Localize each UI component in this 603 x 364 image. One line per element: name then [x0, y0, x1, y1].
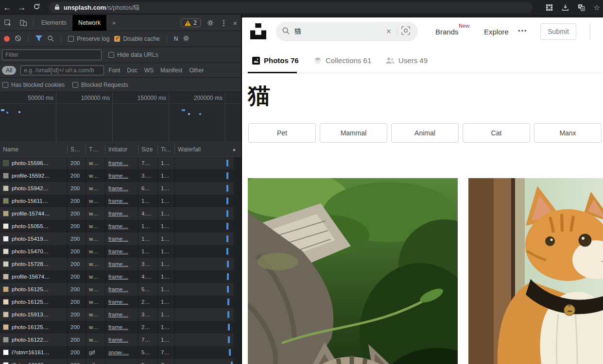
request-initiator-link[interactable]: frame… — [105, 195, 138, 207]
filter-type[interactable]: Other — [189, 67, 204, 74]
network-request-row[interactable]: i?stm=16161… 200 gif snow-… 5… 7… — [0, 359, 241, 364]
nav-explore[interactable]: Explore — [484, 28, 509, 36]
devtools-close-icon[interactable]: × — [229, 15, 241, 31]
column-header-waterfall[interactable]: Waterfall ▲ — [175, 145, 241, 154]
checkbox-unchecked[interactable] — [68, 36, 74, 42]
request-initiator-link[interactable]: frame… — [105, 169, 138, 182]
filter-type[interactable]: WS — [144, 67, 154, 74]
network-request-row[interactable]: profile-15592… 200 w… frame… 3.… 1… — [0, 169, 241, 182]
column-header-name[interactable]: Name — [0, 145, 68, 154]
tab-collections[interactable]: Collections 61 — [314, 56, 371, 65]
submit-button[interactable]: Submit — [540, 23, 576, 40]
column-header-type[interactable]: T… — [86, 145, 105, 154]
request-initiator-link[interactable]: snow-… — [105, 346, 138, 359]
tab-photos[interactable]: Photos 76 — [252, 56, 299, 65]
devtools-menu-icon[interactable] — [218, 15, 229, 31]
filter-type[interactable]: Font — [108, 67, 120, 74]
search-input[interactable]: 猫 — [294, 27, 382, 36]
devtools-settings-icon[interactable] — [203, 15, 218, 31]
request-initiator-link[interactable]: frame… — [105, 270, 138, 283]
network-request-row[interactable]: i?stm=16161… 200 gif snow-… 5… 7… — [0, 346, 241, 359]
search-bar[interactable]: 猫 × — [276, 22, 418, 41]
regex-filter-input[interactable] — [20, 66, 104, 75]
clear-search-icon[interactable]: × — [382, 27, 395, 36]
tab-users[interactable]: Users 49 — [386, 56, 428, 65]
disable-cache-checkbox[interactable]: Disable cache — [114, 35, 159, 42]
network-request-row[interactable]: profile-15744… 200 w… frame… 4.… 1… — [0, 207, 241, 220]
network-request-row[interactable]: photo-15470… 200 w… frame… 1… 1… — [0, 245, 241, 258]
device-toolbar-icon[interactable] — [16, 15, 31, 31]
nav-more-icon[interactable]: ••• — [518, 27, 528, 34]
request-initiator-link[interactable]: frame… — [105, 245, 138, 258]
reload-icon[interactable] — [29, 3, 44, 13]
network-settings-icon[interactable] — [183, 35, 190, 43]
request-initiator-link[interactable]: frame… — [105, 157, 138, 169]
request-initiator-link[interactable]: frame… — [105, 283, 138, 296]
network-overview[interactable] — [0, 104, 241, 142]
visual-search-icon[interactable] — [399, 26, 412, 37]
filter-type[interactable]: Manifest — [160, 67, 182, 74]
filter-pill[interactable]: Manx — [534, 123, 602, 143]
tab-elements[interactable]: Elements — [35, 15, 72, 31]
request-initiator-link[interactable]: frame… — [105, 220, 138, 232]
unsplash-logo[interactable] — [250, 23, 266, 39]
inspect-element-icon[interactable] — [0, 15, 16, 31]
filter-pill[interactable]: Animal — [391, 123, 459, 143]
scrollbar-track[interactable] — [234, 157, 241, 364]
clear-icon[interactable] — [15, 35, 21, 43]
request-initiator-link[interactable]: frame… — [105, 296, 138, 308]
back-icon[interactable]: ← — [0, 3, 15, 13]
nav-brands[interactable]: Brands — [435, 28, 459, 36]
request-initiator-link[interactable]: frame… — [105, 333, 138, 346]
network-request-row[interactable]: photo-15611… 200 w… frame… 1… 1… — [0, 195, 241, 207]
checkbox-unchecked[interactable] — [108, 52, 114, 58]
hide-data-urls-checkbox[interactable]: Hide data URLs — [108, 51, 158, 58]
sort-ascending-icon[interactable]: ▲ — [232, 145, 237, 154]
address-bar[interactable]: unsplash.com/s/photos/猫 — [49, 2, 533, 13]
issues-badge[interactable]: 2 — [181, 18, 201, 27]
forward-icon[interactable]: → — [15, 3, 29, 13]
photo-result-kitten[interactable] — [248, 178, 458, 364]
record-icon[interactable] — [4, 36, 10, 42]
network-request-row[interactable]: photo-16125… 200 w… frame… 2… 1… — [0, 321, 241, 333]
column-header-initiator[interactable]: Initiator — [105, 145, 138, 154]
request-initiator-link[interactable]: frame… — [105, 207, 138, 220]
filter-pill[interactable]: Cat — [463, 123, 530, 143]
bookmark-star-icon[interactable]: ☆ — [594, 3, 600, 12]
throttling-select[interactable]: N — [174, 35, 178, 42]
checkbox-checked[interactable] — [114, 36, 120, 42]
preserve-log-checkbox[interactable]: Preserve log — [68, 35, 109, 42]
network-request-row[interactable]: photo-15596… 200 w… frame… 7… 1… — [0, 157, 241, 169]
network-request-row[interactable]: photo-16125… 200 w… frame… 5… 1… — [0, 283, 241, 296]
request-initiator-link[interactable]: frame… — [105, 258, 138, 270]
request-initiator-link[interactable]: frame… — [105, 308, 138, 321]
tab-network[interactable]: Network — [72, 15, 106, 31]
column-header-size[interactable]: Size — [138, 145, 158, 154]
checkbox-unchecked[interactable] — [72, 82, 78, 88]
column-header-time[interactable]: Ti… — [158, 145, 175, 154]
request-initiator-link[interactable]: frame… — [105, 182, 138, 195]
checkbox-unchecked[interactable] — [2, 82, 8, 88]
more-tabs-icon[interactable]: » — [106, 15, 121, 31]
request-initiator-link[interactable]: frame… — [105, 321, 138, 333]
apps-grid-icon[interactable] — [546, 4, 553, 11]
filter-input[interactable] — [2, 50, 102, 60]
filter-type[interactable]: Doc — [127, 67, 137, 74]
filter-funnel-icon[interactable] — [35, 35, 42, 43]
translate-icon[interactable] — [578, 4, 585, 11]
network-request-row[interactable]: photo-16122… 200 w… frame… 7… 1… — [0, 333, 241, 346]
blocked-requests-checkbox[interactable]: Blocked Requests — [72, 82, 128, 88]
network-request-row[interactable]: photo-15728… 200 w… frame… 3… 1… — [0, 258, 241, 270]
network-request-row[interactable]: photo-16125… 200 w… frame… 2… 1… — [0, 296, 241, 308]
network-request-row[interactable]: photo-15913… 200 w… frame… 3… 1… — [0, 308, 241, 321]
has-blocked-cookies-checkbox[interactable]: Has blocked cookies — [2, 82, 65, 88]
network-request-row[interactable]: photo-15055… 200 w… frame… 1… 1… — [0, 220, 241, 232]
filter-pill[interactable]: Pet — [248, 123, 316, 143]
network-request-row[interactable]: photo-15942… 200 w… frame… 6… 1… — [0, 182, 241, 195]
filter-type-all[interactable]: All — [2, 66, 16, 75]
column-header-status[interactable]: S… — [68, 145, 86, 154]
network-search-icon[interactable] — [47, 35, 54, 43]
download-icon[interactable] — [562, 4, 569, 11]
request-initiator-link[interactable]: snow-… — [105, 359, 138, 364]
network-request-row[interactable]: photo-15419… 200 w… frame… 1… 1… — [0, 232, 241, 245]
